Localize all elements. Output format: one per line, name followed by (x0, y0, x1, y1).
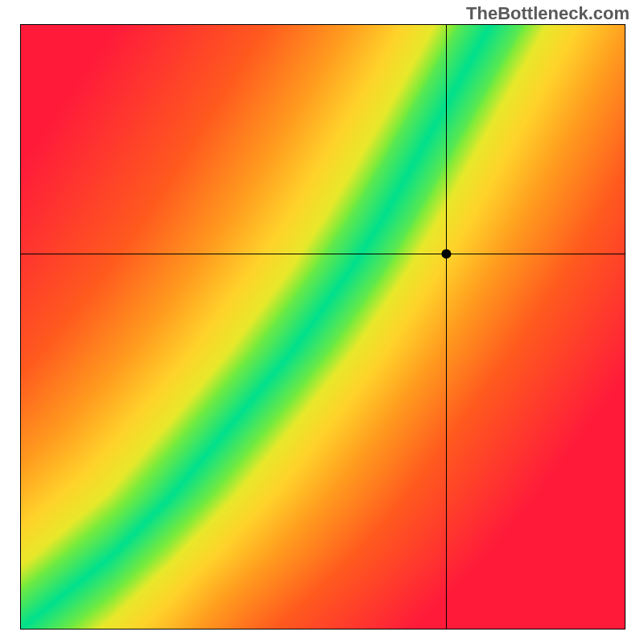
chart-container: TheBottleneck.com (0, 0, 644, 644)
watermark: TheBottleneck.com (466, 3, 630, 24)
heatmap-canvas (0, 0, 644, 644)
